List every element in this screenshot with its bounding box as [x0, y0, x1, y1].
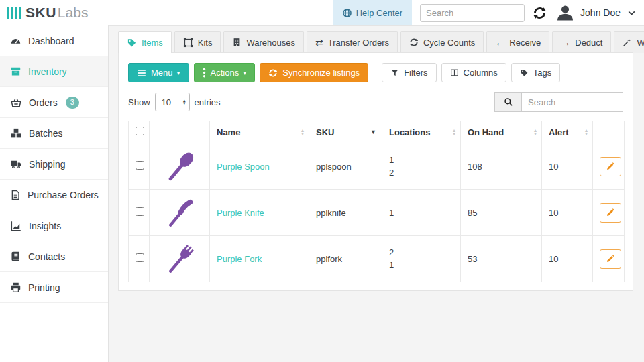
select-all-checkbox[interactable] — [136, 127, 144, 135]
tag-icon — [520, 68, 529, 77]
help-center-label: Help Center — [356, 8, 402, 18]
filters-button[interactable]: Filters — [382, 63, 436, 82]
sidebar-item-dashboard[interactable]: Dashboard — [0, 25, 108, 56]
show-label: Show — [128, 97, 150, 107]
tab-receive[interactable]: ← Receive — [486, 31, 549, 53]
sort-desc-icon: ▼ — [370, 129, 376, 135]
name-column-header[interactable]: Name▴▾ — [210, 121, 309, 143]
sidebar-item-label: Inventory — [28, 66, 67, 77]
edit-item-button[interactable] — [600, 203, 621, 223]
item-sku: pplknife — [309, 190, 382, 236]
printer-icon — [10, 282, 21, 293]
row-checkbox[interactable] — [136, 253, 144, 262]
image-column-header — [150, 121, 210, 143]
file-text-icon — [10, 190, 21, 200]
table-row: Purple Fork pplfork 21 53 10 — [129, 236, 625, 282]
item-name-link[interactable]: Purple Fork — [217, 254, 262, 264]
basket-icon — [10, 97, 22, 109]
table-header-row: Name▴▾ SKU▼ Locations▴▾ On Hand▴▾ Alert▴… — [129, 121, 625, 143]
row-checkbox[interactable] — [136, 207, 144, 216]
tab-transfer-orders[interactable]: ⇄ Transfer Orders — [307, 31, 398, 53]
skulabs-logo[interactable]: SKU Labs — [0, 5, 109, 21]
tag-icon — [127, 38, 137, 48]
item-image-purple-spoon[interactable] — [150, 143, 210, 190]
item-alert: 10 — [542, 190, 593, 236]
locations-column-header[interactable]: Locations▴▾ — [382, 121, 461, 143]
help-center-link[interactable]: Help Center — [333, 0, 412, 25]
object-group-icon — [183, 38, 193, 48]
synchronize-listings-label: Synchronize listings — [282, 68, 360, 78]
item-image-purple-fork[interactable] — [150, 236, 210, 282]
edit-item-button[interactable] — [600, 249, 621, 269]
tab-label: Items — [142, 38, 163, 48]
tab-items[interactable]: Items — [118, 31, 172, 53]
items-table: Name▴▾ SKU▼ Locations▴▾ On Hand▴▾ Alert▴… — [128, 121, 625, 282]
sidebar-item-insights[interactable]: Insights — [0, 210, 108, 241]
sidebar-item-label: Printing — [28, 282, 60, 293]
actions-button[interactable]: Actions ▾ — [194, 63, 256, 82]
item-name-link[interactable]: Purple Spoon — [217, 162, 270, 172]
chevron-down-icon[interactable] — [627, 9, 636, 17]
stepper-icon: ▴▾ — [183, 99, 186, 105]
tab-kits[interactable]: Kits — [174, 31, 221, 53]
tab-label: Wizard — [637, 38, 644, 48]
refresh-icon — [409, 38, 419, 47]
columns-button[interactable]: Columns — [441, 63, 506, 82]
tab-cycle-counts[interactable]: Cycle Counts — [400, 31, 484, 53]
user-name[interactable]: John Doe — [580, 7, 621, 18]
item-alert: 10 — [542, 143, 593, 190]
pencil-icon — [606, 208, 615, 217]
sidebar-item-shipping[interactable]: Shipping — [0, 149, 108, 180]
tags-button[interactable]: Tags — [511, 63, 560, 82]
synchronize-listings-button[interactable]: Synchronize listings — [260, 63, 368, 82]
logo-bars-icon — [7, 7, 21, 19]
sidebar-item-orders[interactable]: Orders 3 — [0, 87, 108, 118]
tab-warehouses[interactable]: Warehouses — [223, 31, 304, 53]
item-on-hand: 108 — [461, 143, 542, 190]
topbar-search-input[interactable] — [420, 4, 525, 22]
topbar-right: Help Center John Doe — [333, 0, 644, 25]
topbar: SKU Labs Help Center John Doe — [0, 0, 644, 25]
page-size-select[interactable]: 10 ▴▾ — [155, 93, 190, 111]
ellipsis-v-icon — [203, 68, 206, 78]
logo-text-light: Labs — [58, 5, 89, 21]
row-checkbox[interactable] — [136, 161, 144, 170]
tab-deduct[interactable]: → Deduct — [552, 31, 611, 53]
menu-button[interactable]: Menu ▾ — [128, 63, 189, 82]
item-sku: pplfork — [309, 236, 382, 282]
main-content: Items Kits Warehouses ⇄ Transfer Orders … — [109, 25, 644, 362]
table-row: Purple Spoon pplspoon 12 108 10 — [129, 143, 625, 190]
item-on-hand: 85 — [461, 190, 542, 236]
on-hand-column-header[interactable]: On Hand▴▾ — [461, 121, 542, 143]
funnel-icon — [390, 68, 399, 77]
user-avatar-icon[interactable] — [555, 3, 575, 23]
sidebar-item-inventory[interactable]: Inventory — [0, 56, 108, 87]
refresh-icon[interactable] — [533, 6, 547, 20]
sidebar-item-label: Shipping — [29, 159, 66, 170]
sidebar-item-label: Orders — [29, 97, 58, 108]
table-search-input[interactable] — [521, 92, 623, 112]
tab-label: Transfer Orders — [328, 38, 389, 48]
sidebar-item-printing[interactable]: Printing — [0, 272, 108, 303]
item-on-hand: 53 — [461, 236, 542, 282]
pencil-icon — [606, 254, 615, 263]
sidebar-item-label: Dashboard — [28, 36, 74, 46]
inventory-tabs: Items Kits Warehouses ⇄ Transfer Orders … — [118, 31, 633, 53]
caret-down-icon: ▾ — [177, 69, 180, 76]
sku-column-header[interactable]: SKU▼ — [309, 121, 382, 143]
edit-item-button[interactable] — [600, 157, 621, 176]
sidebar-item-purchase-orders[interactable]: Purchase Orders — [0, 180, 108, 210]
table-controls: Show 10 ▴▾ entries — [128, 92, 623, 112]
item-name-link[interactable]: Purple Knife — [217, 208, 264, 218]
page-size-value: 10 — [162, 97, 171, 107]
columns-button-label: Columns — [464, 68, 498, 78]
logo-text-bold: SKU — [25, 5, 56, 21]
tab-wizard[interactable]: Wizard — [614, 31, 644, 53]
sidebar-item-contacts[interactable]: Contacts — [0, 241, 108, 272]
table-row: Purple Knife pplknife 1 85 10 — [129, 190, 625, 236]
item-image-purple-knife[interactable] — [150, 190, 210, 236]
sidebar-item-batches[interactable]: Batches — [0, 118, 108, 149]
building-icon — [232, 38, 241, 47]
entries-label: entries — [195, 97, 221, 107]
alert-column-header[interactable]: Alert▴▾ — [542, 121, 593, 143]
